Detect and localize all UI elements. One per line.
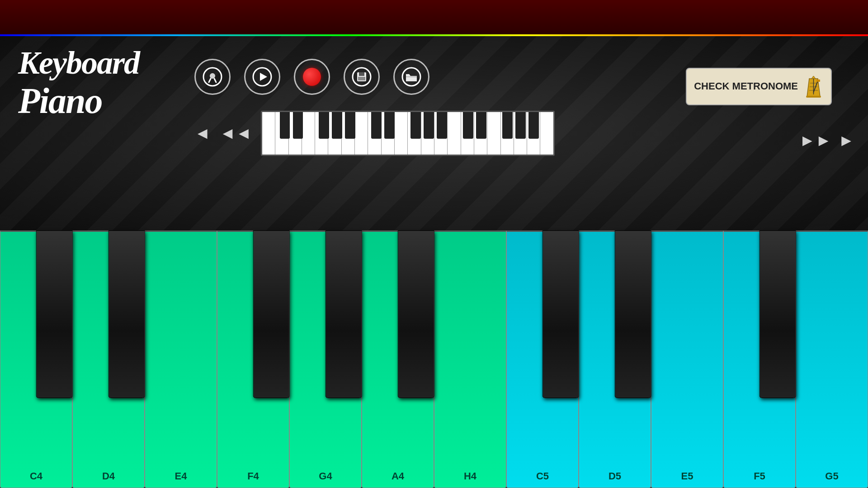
key-label-g5: G5 bbox=[825, 470, 838, 482]
record-indicator bbox=[303, 68, 321, 86]
controls-row bbox=[194, 59, 429, 95]
svg-rect-5 bbox=[359, 72, 364, 76]
key-label-d5: D5 bbox=[609, 470, 621, 482]
nav-right-double-button[interactable]: ►► bbox=[799, 131, 831, 150]
key-label-c4: C4 bbox=[30, 470, 42, 482]
key-label-a4: A4 bbox=[392, 470, 404, 482]
piano-area: C4 D4 E4 F4 G4 A4 H4 C5 D5 E5 F5 bbox=[0, 230, 868, 488]
mini-keyboard-row: ◄ ◄◄ bbox=[194, 111, 555, 156]
key-d4[interactable]: D4 bbox=[72, 230, 145, 488]
white-keys-container: C4 D4 E4 F4 G4 A4 H4 C5 D5 E5 F5 bbox=[0, 230, 868, 488]
key-label-g4: G4 bbox=[319, 470, 332, 482]
open-button[interactable] bbox=[393, 59, 429, 95]
main-area: Keyboard Piano bbox=[0, 36, 868, 230]
logo-line1: Keyboard bbox=[18, 45, 139, 81]
metronome-icon bbox=[803, 74, 824, 99]
play-button[interactable] bbox=[244, 59, 280, 95]
key-a4[interactable]: A4 bbox=[362, 230, 434, 488]
key-e5[interactable]: E5 bbox=[651, 230, 723, 488]
svg-rect-12 bbox=[816, 80, 820, 82]
key-label-h4: H4 bbox=[464, 470, 476, 482]
key-g4[interactable]: G4 bbox=[289, 230, 362, 488]
key-label-d4: D4 bbox=[102, 470, 115, 482]
svg-rect-6 bbox=[358, 77, 365, 80]
check-metronome-button[interactable]: CHECK METRONOME bbox=[686, 68, 832, 105]
key-c4[interactable]: C4 bbox=[0, 230, 72, 488]
svg-marker-9 bbox=[811, 76, 816, 79]
key-h4[interactable]: H4 bbox=[434, 230, 506, 488]
key-label-e4: E4 bbox=[175, 470, 187, 482]
app-logo: Keyboard Piano bbox=[18, 45, 139, 121]
key-label-f5: F5 bbox=[754, 470, 765, 482]
nav-right-button[interactable]: ► bbox=[838, 131, 854, 150]
svg-marker-2 bbox=[260, 73, 267, 81]
key-label-e5: E5 bbox=[681, 470, 693, 482]
key-f4[interactable]: F4 bbox=[217, 230, 289, 488]
svg-rect-16 bbox=[806, 96, 821, 98]
key-d5[interactable]: D5 bbox=[579, 230, 651, 488]
key-c5[interactable]: C5 bbox=[506, 230, 579, 488]
right-arrows: ►► ► bbox=[799, 131, 854, 150]
key-g5[interactable]: G5 bbox=[796, 230, 868, 488]
top-bar bbox=[0, 0, 868, 36]
check-metronome-label: CHECK METRONOME bbox=[694, 80, 798, 92]
key-label-c5: C5 bbox=[536, 470, 549, 482]
settings-button[interactable] bbox=[194, 59, 231, 95]
mini-keyboard-display bbox=[261, 111, 555, 156]
key-label-f4: F4 bbox=[247, 470, 259, 482]
nav-left-double-button[interactable]: ◄ bbox=[194, 124, 211, 143]
nav-left-button[interactable]: ◄◄ bbox=[220, 124, 252, 143]
record-button[interactable] bbox=[294, 59, 330, 95]
key-e4[interactable]: E4 bbox=[145, 230, 217, 488]
logo-line2: Piano bbox=[18, 81, 139, 121]
key-f5[interactable]: F5 bbox=[723, 230, 796, 488]
save-button[interactable] bbox=[344, 59, 380, 95]
